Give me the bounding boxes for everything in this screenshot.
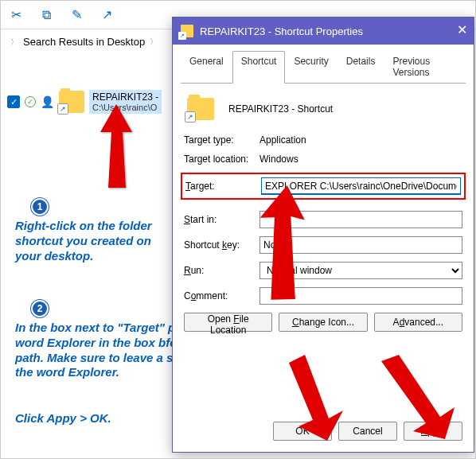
breadcrumb[interactable]: 〉 Search Results in Desktop 〉 (10, 36, 158, 48)
run-label: Run: (184, 265, 259, 276)
advanced-button[interactable]: Advanced... (374, 313, 462, 332)
tab-security[interactable]: Security (285, 51, 337, 84)
folder-shortcut-icon: ↗ (59, 91, 84, 113)
target-type-label: Target type: (184, 134, 259, 146)
dialog-tabs: General Shortcut Security Details Previo… (173, 45, 474, 84)
change-icon-button[interactable]: Change Icon... (279, 313, 367, 332)
chevron-right-icon: 〉 (10, 37, 18, 48)
breadcrumb-label: Search Results in Desktop (23, 36, 145, 48)
instruction-1: Right-click on the folder shortcut you c… (15, 219, 170, 263)
file-name: REPAIRKIT23 - (92, 91, 158, 103)
file-path: C:\Users\rainc\O (92, 103, 158, 112)
close-icon[interactable]: ✕ (457, 22, 467, 37)
tab-details[interactable]: Details (337, 51, 384, 84)
dialog-title: REPAIRKIT23 - Shortcut Properties (200, 25, 363, 37)
folder-shortcut-icon: ↗ (187, 98, 214, 120)
comment-label: Comment: (184, 290, 259, 301)
copy-icon[interactable]: ⧉ (37, 6, 55, 24)
open-file-location-button[interactable]: Open File Location (184, 313, 272, 332)
tab-shortcut[interactable]: Shortcut (232, 51, 286, 84)
dialog-body: ↗ REPAIRKIT23 - Shortcut Target type: Ap… (173, 84, 474, 414)
tab-general[interactable]: General (181, 51, 232, 84)
checkbox-icon[interactable]: ✓ (7, 95, 20, 108)
file-info: REPAIRKIT23 - C:\Users\rainc\O (89, 90, 162, 114)
start-in-label: Start in: (184, 214, 259, 225)
shortcut-key-label: Shortcut key: (184, 239, 259, 251)
sync-status-icon: ✓ (25, 96, 36, 107)
tab-previous-versions[interactable]: Previous Versions (384, 51, 466, 84)
target-input[interactable] (261, 177, 461, 195)
chevron-right-icon: 〉 (150, 37, 158, 48)
shortcut-name: REPAIRKIT23 - Shortcut (228, 103, 333, 115)
step-badge-1: 1 (31, 198, 49, 216)
dialog-titlebar[interactable]: REPAIRKIT23 - Shortcut Properties ✕ (173, 18, 474, 45)
target-highlight: Target: (181, 173, 466, 200)
dialog-footer: OK Cancel Apply (173, 414, 474, 452)
svg-marker-0 (100, 104, 132, 188)
target-location-label: Target location: (184, 154, 259, 165)
cut-icon[interactable]: ✂ (7, 6, 25, 24)
run-select[interactable]: Normal window (259, 262, 462, 279)
step-badge-2: 2 (31, 300, 49, 317)
start-in-input[interactable] (259, 211, 462, 228)
shortcut-arrow-icon: ↗ (57, 103, 68, 115)
rename-icon[interactable]: ✎ (68, 6, 85, 24)
file-row[interactable]: ✓ ✓ 👤 ↗ REPAIRKIT23 - C:\Users\rainc\O (7, 90, 162, 114)
properties-dialog: REPAIRKIT23 - Shortcut Properties ✕ Gene… (172, 17, 474, 453)
cancel-button[interactable]: Cancel (338, 422, 397, 441)
comment-input[interactable] (259, 287, 462, 305)
share-icon[interactable]: ↗ (98, 6, 115, 24)
target-label: Target: (185, 181, 261, 192)
target-type-value: Application (259, 134, 462, 146)
target-location-value: Windows (259, 154, 462, 165)
person-icon: 👤 (41, 95, 54, 108)
shortcut-key-input[interactable] (259, 236, 462, 254)
arrow-icon (92, 104, 140, 192)
apply-button[interactable]: Apply (404, 422, 462, 441)
folder-shortcut-icon (181, 25, 193, 37)
ok-button[interactable]: OK (273, 422, 332, 441)
